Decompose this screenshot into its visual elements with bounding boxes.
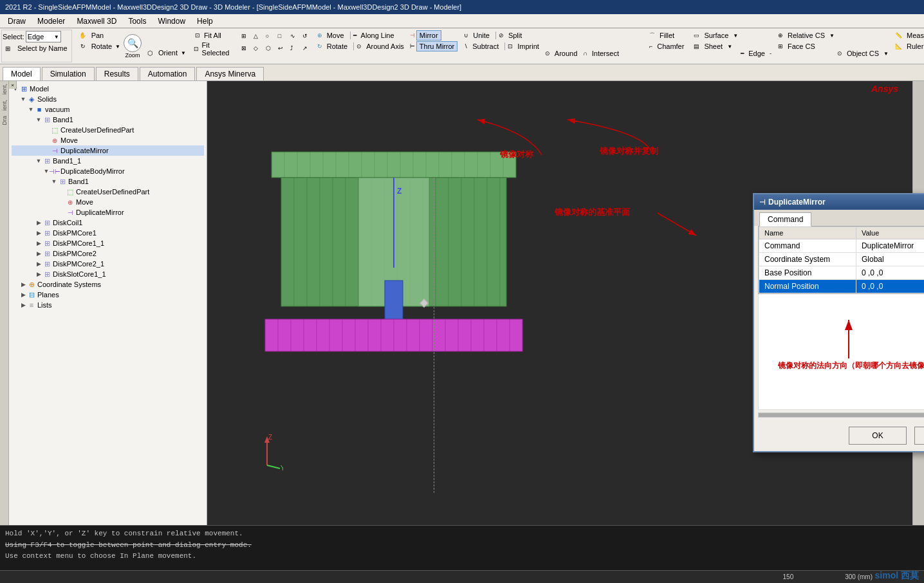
thru-mirror-button[interactable]: Thru Mirror: [416, 41, 457, 51]
tree-node-solids[interactable]: ▼ ◈ Solids: [12, 94, 204, 104]
tb-icon6[interactable]: ↺: [299, 30, 311, 42]
face-cs-button[interactable]: Face CS: [784, 41, 818, 51]
tree-toggle-dpc1[interactable]: ▶: [35, 230, 42, 236]
tree-toggle-planes[interactable]: ▶: [19, 292, 27, 298]
tree-toggle-dpc2[interactable]: ▶: [35, 250, 42, 257]
dialog-ok-button[interactable]: OK: [849, 427, 907, 445]
tree-toggle-dpc1-1[interactable]: ▶: [35, 240, 42, 246]
menu-tools[interactable]: Tools: [123, 15, 151, 27]
tree-node-move2[interactable]: ⊕ Move: [12, 197, 204, 207]
tb-icon12[interactable]: ↗: [299, 42, 311, 54]
move-button[interactable]: Move: [324, 30, 347, 41]
tree-node-band1-1[interactable]: ▼ ⊞ Band1_1: [12, 156, 204, 166]
tree-toggle-cs[interactable]: ▶: [19, 281, 27, 288]
tb-icon10[interactable]: ↩: [275, 42, 286, 54]
tab-simulation[interactable]: Simulation: [42, 67, 95, 80]
tree-node-vacuum[interactable]: ▼ ■ vacuum: [12, 104, 204, 115]
object-cs-dropdown[interactable]: ▼: [883, 51, 889, 57]
menu-help[interactable]: Help: [192, 15, 218, 27]
menu-maxwell3d[interactable]: Maxwell 3D: [71, 15, 122, 27]
tree-toggle-dc1[interactable]: ▶: [35, 219, 42, 226]
tb-icon1[interactable]: ⊞: [238, 30, 250, 42]
tree-node-diskslotcore1-1[interactable]: ▶ ⊞ DiskSlotCore1_1: [12, 269, 204, 279]
measure-button[interactable]: Measure: [903, 30, 924, 41]
fit-selected-button[interactable]: ⊡ Fit Selected: [192, 41, 232, 57]
fit-all-button[interactable]: ⊡ Fit All: [192, 30, 232, 41]
around-button[interactable]: Around: [551, 48, 580, 59]
tree-node-dupbodymirror[interactable]: ▼ ⊣⊢ DuplicateBodyMirror: [12, 166, 204, 176]
subtract-button[interactable]: Subtract: [469, 41, 502, 51]
sheet-button[interactable]: Sheet: [701, 41, 726, 51]
tree-toggle-lists[interactable]: ▶: [19, 302, 27, 308]
chamfer-button[interactable]: Chamfer: [654, 41, 687, 51]
tree-node-band1[interactable]: ▼ ⊞ Band1: [12, 115, 204, 125]
around-axis-button[interactable]: Around Axis: [363, 41, 407, 51]
tree-node-diskpmcore2[interactable]: ▶ ⊞ DiskPMCore2: [12, 248, 204, 259]
zoom-button[interactable]: 🔍: [124, 34, 142, 52]
rotate-button[interactable]: Rotate: [88, 41, 115, 51]
mirror-button[interactable]: Mirror: [416, 30, 441, 41]
tree-node-model[interactable]: ▼ ⊞ Model: [12, 84, 204, 94]
dialog-tab-command[interactable]: Command: [759, 212, 811, 227]
tree-node-createuserdefinedpart[interactable]: ⬚ CreateUserDefinedPart: [12, 125, 204, 135]
tree-node-cup2[interactable]: ⬚ CreateUserDefinedPart: [12, 187, 204, 197]
orient-dropdown-arrow[interactable]: ▼: [181, 50, 186, 56]
select-type-dropdown[interactable]: Edge ▼: [26, 31, 61, 42]
surface-dropdown[interactable]: ▼: [733, 33, 738, 39]
tb-icon5[interactable]: ∿: [287, 30, 299, 42]
tb-icon11[interactable]: ⤴: [287, 42, 299, 54]
dialog-scrollbar[interactable]: [758, 412, 924, 418]
tree-node-lists[interactable]: ▶ ≡ Lists: [12, 300, 204, 310]
tree-toggle-band1-1[interactable]: ▼: [35, 158, 42, 164]
edge-button[interactable]: Edge: [745, 48, 768, 59]
tree-toggle-b1s[interactable]: ▼: [50, 178, 58, 185]
tree-node-diskpmcore1[interactable]: ▶ ⊞ DiskPMCore1: [12, 228, 204, 238]
tb-icon2[interactable]: △: [250, 30, 262, 42]
tb-icon8[interactable]: ◇: [250, 42, 262, 54]
menu-draw[interactable]: Draw: [3, 15, 31, 27]
table-row-normalpos[interactable]: Normal Position 0 ,0 ,0 mm 0mm , 0mm , 0…: [759, 280, 925, 293]
tree-node-planes[interactable]: ▶ ⊟ Planes: [12, 290, 204, 300]
rotate-dropdown-arrow[interactable]: ▼: [115, 44, 120, 50]
table-row-cs[interactable]: Coordinate System Global: [759, 253, 925, 266]
pan-button[interactable]: Pan: [88, 30, 107, 41]
tree-node-diskcoil1[interactable]: ▶ ⊞ DiskCoil1: [12, 217, 204, 228]
tab-model[interactable]: Model: [3, 67, 41, 80]
tree-toggle-vacuum[interactable]: ▼: [27, 106, 35, 113]
intersect-button[interactable]: Intersect: [589, 48, 622, 59]
tree-node-move[interactable]: ⊕ Move: [12, 135, 204, 145]
tab-ansys-minerva[interactable]: Ansys Minerva: [196, 67, 264, 80]
tree-toggle-band1[interactable]: ▼: [35, 116, 42, 123]
tab-results[interactable]: Results: [96, 67, 138, 80]
tree-node-cs[interactable]: ▶ ⊕ Coordinate Systems: [12, 279, 204, 290]
ruler-button[interactable]: Ruler: [903, 41, 924, 51]
tree-node-band1-sub[interactable]: ▼ ⊞ Band1: [12, 176, 204, 187]
unite-button[interactable]: Unite: [470, 30, 493, 41]
left-tab-vert1[interactable]: ient,: [1, 84, 8, 95]
tree-toggle-dpc2-1[interactable]: ▶: [35, 261, 42, 267]
split-button[interactable]: Split: [505, 30, 525, 41]
tab-automation[interactable]: Automation: [140, 67, 196, 80]
tree-collapse-btn[interactable]: ×: [9, 81, 17, 89]
tree-node-dm2[interactable]: ⊣ DuplicateMirror: [12, 207, 204, 217]
along-line-button[interactable]: Along Line: [358, 30, 398, 41]
surface-button[interactable]: Surface: [701, 30, 732, 41]
object-cs-button[interactable]: Object CS: [844, 48, 882, 59]
tree-node-diskpmcore2-1[interactable]: ▶ ⊞ DiskPMCore2_1: [12, 259, 204, 269]
tb-icon3[interactable]: ○: [263, 30, 274, 42]
imprint-button[interactable]: Imprint: [514, 41, 542, 51]
menu-window[interactable]: Window: [152, 15, 190, 27]
tb-more2[interactable]: [629, 45, 643, 59]
tb-icon9[interactable]: ⬡: [263, 42, 274, 54]
tb-icon4[interactable]: □: [275, 30, 286, 42]
select-by-name-button[interactable]: Select by Name: [14, 43, 71, 53]
tb-icon7[interactable]: ⊠: [238, 42, 250, 54]
menu-modeler[interactable]: Modeler: [32, 15, 70, 27]
tree-node-diskpmcore1-1[interactable]: ▶ ⊞ DiskPMCore1_1: [12, 238, 204, 248]
tb-more1[interactable]: [629, 30, 643, 44]
tree-node-duplicatemirror[interactable]: ⊣ DuplicateMirror: [12, 145, 204, 156]
table-row-command[interactable]: Command DuplicateMirror: [759, 239, 925, 253]
fillet-button[interactable]: Fillet: [656, 30, 678, 41]
left-tab-vert2[interactable]: ient,: [1, 100, 8, 111]
sheet-dropdown[interactable]: ▼: [727, 44, 732, 50]
